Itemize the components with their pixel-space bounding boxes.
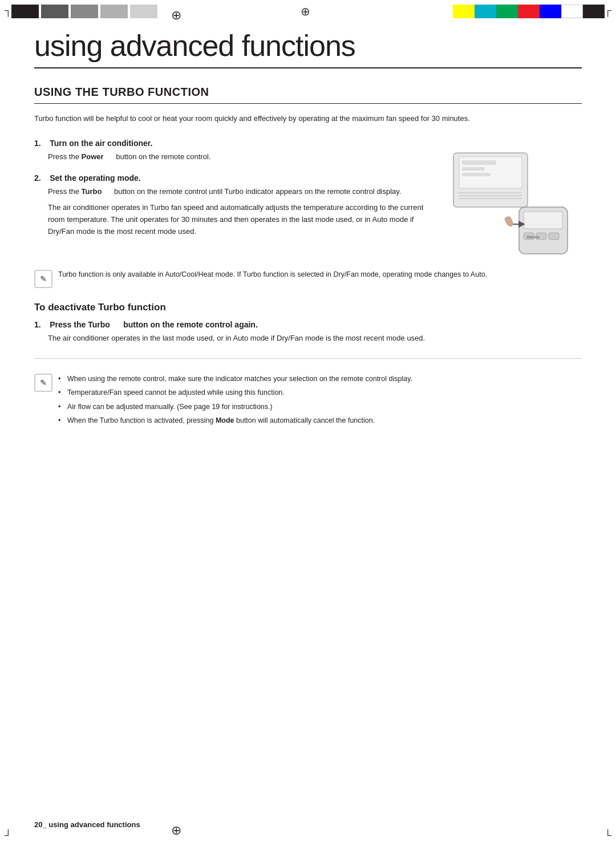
step-1-label: 1. Turn on the air conditioner. — [34, 139, 433, 148]
svg-rect-2 — [462, 160, 496, 165]
step2-bold-turbo: Turbo — [82, 187, 102, 196]
bullet-note-box: ✎ When using the remote control, make su… — [34, 373, 582, 428]
step1-bold-power: Power — [82, 152, 104, 161]
bullet-note-3: Air flow can be adjusted manually. (See … — [58, 400, 412, 414]
deactivate-step-1: 1. Press the Turbo button on the remote … — [34, 320, 582, 345]
remote-control-illustration: Silence — [451, 150, 576, 258]
deactivate-step-1-label: 1. Press the Turbo button on the remote … — [34, 320, 582, 329]
color-block-3 — [71, 5, 98, 18]
main-content: using advanced functions USING THE TURBO… — [34, 29, 582, 428]
bullet-note-4-bold: Mode — [216, 416, 234, 424]
step-2: 2. Set the operating mode. Press the Tur… — [34, 173, 433, 238]
step-2-label: 2. Set the operating mode. — [34, 173, 433, 183]
top-bar-left-blocks — [11, 5, 157, 18]
steps-left: 1. Turn on the air conditioner. Press th… — [34, 139, 433, 258]
note-text-1: Turbo function is only available in Auto… — [58, 269, 487, 288]
sub-heading-deactivate: To deactivate Turbo function — [34, 302, 582, 313]
bullet-note-4: When the Turbo function is activated, pr… — [58, 414, 412, 427]
intro-text: Turbo function will be helpful to cool o… — [34, 113, 582, 125]
color-strip-white — [561, 5, 583, 18]
note-icon-2: ✎ — [34, 374, 52, 392]
bullet-note-2: Temperature/Fan speed cannot be adjusted… — [58, 386, 412, 399]
compass-center-icon: ⊕ — [301, 5, 310, 18]
svg-rect-12 — [549, 233, 559, 240]
color-strip-green — [496, 5, 518, 18]
step-1-sub: Press the Power button on the remote con… — [48, 151, 433, 163]
note-icon-1: ✎ — [34, 270, 52, 288]
color-strip-yellow — [453, 5, 475, 18]
page-footer: 20_ using advanced functions — [34, 820, 140, 829]
color-strip-blue — [540, 5, 561, 18]
top-bar-center: ⊕ — [157, 5, 453, 18]
deactivate-step-1-body: The air conditioner operates in the last… — [48, 333, 582, 345]
section-divider — [34, 358, 582, 359]
top-color-bar: ⊕ — [0, 0, 616, 23]
svg-rect-4 — [462, 173, 491, 176]
section-heading: USING THE TURBO FUNCTION — [34, 86, 582, 104]
remote-image-container: Silence — [445, 139, 582, 258]
color-strip-cyan — [475, 5, 496, 18]
color-block-5 — [130, 5, 157, 18]
color-block-1 — [11, 5, 39, 18]
note-box-1: ✎ Turbo function is only available in Au… — [34, 269, 582, 288]
steps-container: 1. Turn on the air conditioner. Press th… — [34, 139, 582, 258]
bullet-note-1: When using the remote control, make sure… — [58, 373, 412, 386]
bullet-notes-list: When using the remote control, make sure… — [58, 373, 412, 428]
step-2-sub1: Press the Turbo button on the remote con… — [48, 186, 433, 198]
color-block-4 — [100, 5, 128, 18]
svg-text:Silence: Silence — [526, 235, 540, 239]
svg-rect-3 — [462, 167, 485, 171]
step-1: 1. Turn on the air conditioner. Press th… — [34, 139, 433, 163]
color-strip-red — [518, 5, 540, 18]
top-bar-right-strips — [453, 5, 605, 18]
svg-rect-9 — [524, 212, 562, 229]
deactivate-bold-turbo: Turbo — [88, 320, 110, 329]
color-strip-black — [583, 5, 605, 18]
step-2-sub2: The air conditioner operates in Turbo fa… — [48, 202, 433, 237]
registration-mark-br: └ — [604, 829, 611, 841]
color-block-2 — [41, 5, 68, 18]
registration-mark-bl: ┘ — [5, 829, 12, 841]
compass-mark-bottom: ⊕ — [171, 823, 181, 838]
page-title: using advanced functions — [34, 29, 582, 68]
